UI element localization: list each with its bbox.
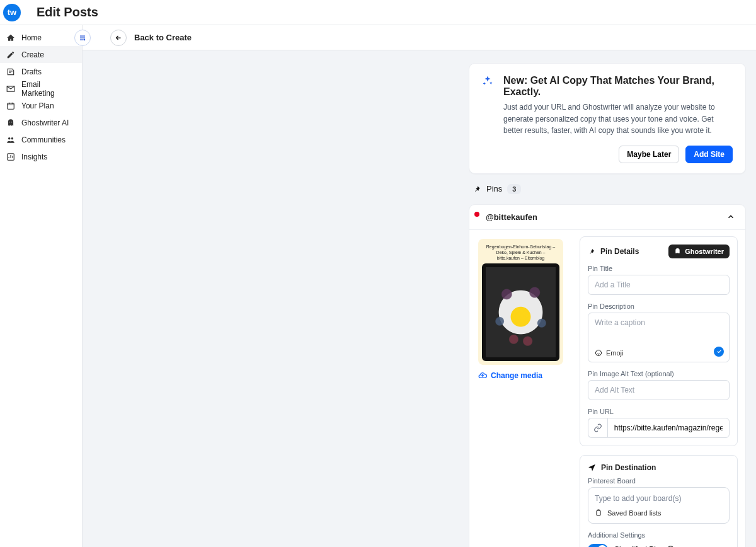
svg-rect-0	[8, 103, 14, 108]
pins-label: Pins	[486, 184, 502, 193]
sidebar-item-email[interactable]: Email Marketing	[0, 80, 82, 97]
preview-image	[482, 263, 559, 361]
insights-icon	[6, 153, 15, 161]
pin-title-input[interactable]	[588, 275, 730, 295]
sparkle-icon	[482, 75, 493, 86]
pin-description-label: Pin Description	[588, 302, 730, 310]
calendar-icon	[6, 101, 15, 110]
cloud-upload-icon	[478, 371, 487, 380]
drafts-icon	[6, 67, 15, 76]
pin-details-panel: Pin Details Ghostwriter Pin Title	[580, 236, 738, 446]
pin-alt-label: Pin Image Alt Text (optional)	[588, 370, 730, 377]
sidebar-item-label: Ghostwriter AI	[21, 118, 69, 127]
send-icon	[588, 463, 596, 471]
maybe-later-button[interactable]: Maybe Later	[619, 146, 679, 163]
sidebar-item-label: Insights	[21, 153, 47, 161]
back-label: Back to Create	[134, 33, 192, 42]
sidebar-item-drafts[interactable]: Drafts	[0, 63, 82, 80]
emoji-label: Emoji	[606, 349, 624, 357]
editor-grid: Regenbogen-Einhorn-Geburtstag – Deko, Sp…	[469, 229, 745, 547]
app-logo: tw	[3, 4, 21, 21]
destination-header: Pin Destination	[601, 463, 656, 472]
sidebar-item-label: Your Plan	[21, 101, 54, 110]
pin-preview: Regenbogen-Einhorn-Geburtstag – Deko, Sp…	[478, 239, 563, 365]
svg-point-3	[8, 137, 10, 139]
account-toggle-row[interactable]: @bittekaufen	[469, 205, 745, 229]
sidebar-item-ghostwriter[interactable]: Ghostwriter AI	[0, 114, 82, 131]
simplified-pin-toggle[interactable]	[588, 544, 608, 547]
banner-body: Just add your URL and Ghostwriter will a…	[503, 101, 733, 137]
svg-point-1	[9, 122, 10, 122]
pin-title-label: Pin Title	[588, 265, 730, 272]
preview-title: Regenbogen-Einhorn-Geburtstag – Deko, Sp…	[482, 243, 559, 263]
saved-lists-label: Saved Board lists	[607, 509, 662, 517]
account-handle: @bittekaufen	[486, 212, 537, 222]
pin-destination-panel: Pin Destination Pinterest Board Type to …	[580, 455, 738, 547]
sidebar-item-label: Email Marketing	[21, 80, 76, 98]
page-title: Edit Posts	[37, 5, 98, 20]
board-selector[interactable]: Type to add your board(s) Saved Board li…	[588, 487, 730, 524]
check-icon	[714, 347, 724, 357]
sidebar-item-label: Home	[21, 33, 42, 42]
change-media-label: Change media	[491, 371, 542, 380]
sidebar-item-plan[interactable]: Your Plan	[0, 97, 82, 114]
change-media-link[interactable]: Change media	[478, 371, 573, 380]
ghost-icon	[6, 118, 15, 127]
pin-alt-input[interactable]	[588, 380, 730, 400]
svg-point-2	[11, 122, 12, 122]
ghostwriter-button[interactable]: Ghostwriter	[668, 245, 730, 258]
pin-icon	[588, 248, 595, 255]
sidebar-item-communities[interactable]: Communities	[0, 131, 82, 148]
main-area: Back to Create New: Get AI Copy That Mat…	[83, 25, 756, 547]
svg-point-6	[596, 350, 602, 355]
pinterest-badge-icon	[473, 210, 481, 218]
pins-count-badge: 3	[507, 184, 521, 194]
pinterest-board-label: Pinterest Board	[588, 477, 730, 485]
ai-banner: New: Get AI Copy That Matches Your Brand…	[469, 63, 746, 174]
sidebar-item-create[interactable]: Create	[0, 46, 82, 63]
add-site-button[interactable]: Add Site	[685, 146, 733, 163]
back-row: Back to Create	[83, 25, 756, 50]
pin-url-input[interactable]	[607, 418, 730, 438]
sidebar-item-label: Drafts	[21, 67, 42, 76]
sidebar-collapse-button[interactable]	[74, 30, 91, 46]
pin-icon	[472, 185, 481, 193]
clipboard-icon	[595, 509, 602, 517]
chevron-up-icon	[726, 212, 735, 221]
pin-editor-card: @bittekaufen Regenbogen-Einhorn-Geburtst…	[469, 204, 746, 547]
pin-url-label: Pin URL	[588, 408, 730, 415]
back-button[interactable]	[110, 30, 127, 46]
emoji-icon[interactable]	[595, 349, 602, 357]
svg-rect-7	[597, 510, 600, 515]
pin-description-input[interactable]	[595, 318, 723, 343]
banner-heading: New: Get AI Copy That Matches Your Brand…	[503, 75, 733, 98]
link-icon	[588, 418, 607, 438]
additional-settings-label: Additional Settings	[588, 531, 730, 539]
ghost-icon	[674, 248, 681, 255]
board-placeholder: Type to add your board(s)	[595, 494, 723, 503]
sidebar-item-insights[interactable]: Insights	[0, 148, 82, 165]
sidebar-item-label: Communities	[21, 135, 66, 144]
header-bar: tw Edit Posts	[0, 0, 756, 25]
pin-details-header: Pin Details	[600, 247, 639, 256]
sidebar: Home Create Drafts Email Marketing Your …	[0, 25, 83, 547]
right-panel-stack: New: Get AI Copy That Matches Your Brand…	[469, 63, 746, 547]
sidebar-item-label: Create	[21, 50, 44, 59]
ghostwriter-label: Ghostwriter	[685, 248, 724, 255]
svg-point-4	[11, 137, 13, 139]
email-icon	[6, 84, 15, 93]
pins-count-row: Pins 3	[469, 184, 746, 194]
sidebar-item-home[interactable]: Home	[0, 29, 82, 46]
home-icon	[6, 33, 15, 42]
communities-icon	[6, 135, 15, 144]
edit-icon	[6, 50, 15, 59]
